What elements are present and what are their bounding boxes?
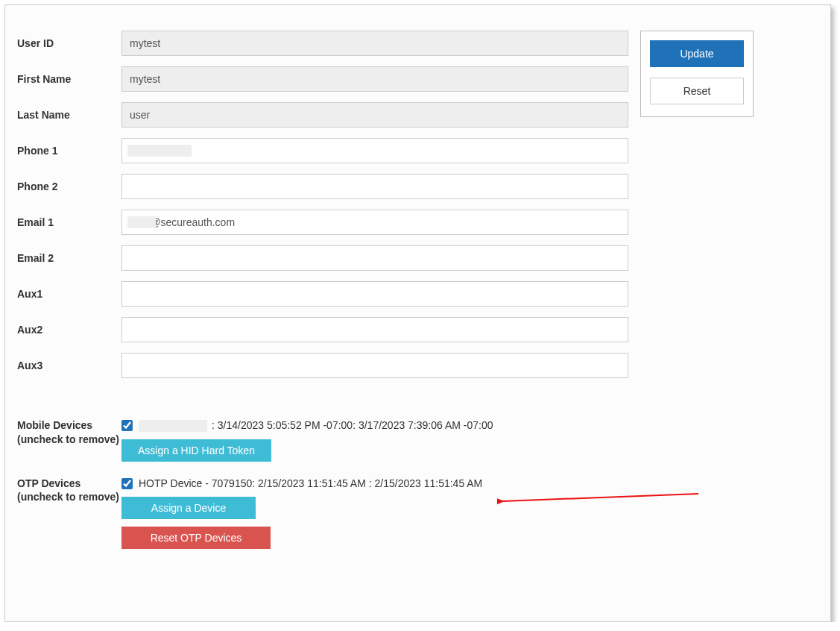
aux2-label: Aux2	[17, 324, 121, 336]
otp-device-text: HOTP Device - 7079150: 2/15/2023 11:51:4…	[139, 477, 482, 492]
assign-hid-token-button[interactable]: Assign a HID Hard Token	[121, 439, 271, 462]
phone2-label: Phone 2	[17, 180, 121, 192]
first-name-label: First Name	[17, 73, 121, 85]
mobile-devices-label: Mobile Devices (uncheck to remove)	[17, 418, 121, 447]
email2-label: Email 2	[17, 252, 121, 264]
phone1-label: Phone 1	[17, 145, 121, 157]
aux2-input[interactable]	[121, 317, 628, 342]
reset-otp-devices-button[interactable]: Reset OTP Devices	[121, 527, 271, 549]
assign-device-button[interactable]: Assign a Device	[121, 497, 256, 519]
email1-redaction	[127, 216, 156, 228]
mobile-device-redaction	[139, 420, 207, 432]
otp-devices-label: OTP Devices (uncheck to remove)	[17, 477, 121, 505]
last-name-label: Last Name	[17, 109, 121, 121]
email2-input[interactable]	[121, 245, 628, 271]
mobile-device-checkbox[interactable]	[121, 420, 133, 431]
phone1-input[interactable]	[121, 138, 628, 163]
last-name-input[interactable]	[121, 102, 628, 128]
user-detail-panel: User ID First Name Last Name Phone 1	[4, 4, 831, 622]
email1-label: Email 1	[17, 216, 121, 228]
user-id-input[interactable]	[121, 31, 628, 56]
aux3-input[interactable]	[121, 353, 628, 378]
action-box: Update Reset	[640, 31, 754, 117]
mobile-device-text: : 3/14/2023 5:05:52 PM -07:00: 3/17/2023…	[212, 418, 493, 433]
aux1-input[interactable]	[121, 281, 628, 307]
phone1-redaction	[127, 145, 192, 157]
aux1-label: Aux1	[17, 288, 121, 300]
user-id-label: User ID	[17, 37, 121, 49]
email1-input[interactable]	[121, 210, 628, 235]
first-name-input[interactable]	[121, 66, 628, 92]
update-button[interactable]: Update	[650, 40, 744, 67]
otp-device-checkbox[interactable]	[121, 478, 133, 489]
form-column: User ID First Name Last Name Phone 1	[17, 31, 628, 564]
aux3-label: Aux3	[17, 360, 121, 371]
phone2-input[interactable]	[121, 174, 628, 199]
reset-button[interactable]: Reset	[650, 78, 744, 104]
